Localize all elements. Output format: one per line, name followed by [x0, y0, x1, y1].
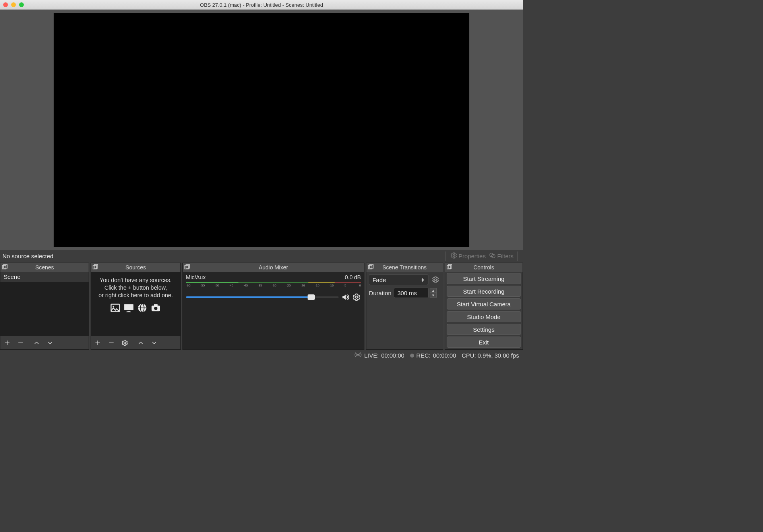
- scene-item[interactable]: Scene: [0, 272, 89, 282]
- cpu-status: CPU: 0.9%, 30.00 fps: [462, 352, 519, 359]
- svg-point-27: [355, 296, 358, 298]
- monitor-icon: [123, 302, 135, 315]
- maximize-window-button[interactable]: [19, 2, 24, 7]
- sources-header[interactable]: Sources: [91, 263, 180, 272]
- scene-list[interactable]: Scene: [0, 272, 89, 336]
- mixer-title: Audio Mixer: [259, 264, 288, 271]
- duration-input[interactable]: 300 ms: [394, 288, 429, 298]
- transitions-body: Fade ▲▼ Duration 300 ms ▲ ▼: [366, 272, 442, 349]
- svg-point-0: [453, 255, 455, 257]
- window-traffic-lights: [3, 2, 24, 7]
- close-window-button[interactable]: [3, 2, 8, 7]
- preview-canvas[interactable]: [54, 13, 469, 247]
- window-title: OBS 27.0.1 (mac) - Profile: Untitled - S…: [200, 2, 323, 8]
- move-scene-down-button[interactable]: [43, 337, 57, 349]
- scenes-dock: Scenes Scene: [0, 263, 89, 350]
- tick: 0: [358, 284, 361, 287]
- transition-selected: Fade: [372, 277, 386, 283]
- add-scene-button[interactable]: [0, 337, 14, 349]
- undock-icon[interactable]: [368, 264, 374, 270]
- svg-point-20: [154, 307, 157, 310]
- sources-buttons: [91, 336, 180, 349]
- live-status: LIVE: 00:00:00: [354, 351, 404, 360]
- studio-mode-button[interactable]: Studio Mode: [447, 311, 521, 322]
- sources-empty-line: You don't have any sources.: [93, 277, 178, 284]
- tick: -55: [200, 284, 215, 287]
- tick: -5: [343, 284, 358, 287]
- filters-icon: [489, 252, 496, 260]
- transitions-title: Scene Transitions: [382, 264, 426, 271]
- rec-label: REC:: [416, 352, 431, 359]
- scenes-buttons: [0, 336, 89, 349]
- docks-row: Scenes Scene Sources You don': [0, 262, 523, 350]
- sources-list[interactable]: You don't have any sources. Click the + …: [91, 272, 180, 336]
- start-recording-button[interactable]: Start Recording: [447, 286, 521, 297]
- audio-meter: -60 -55 -50 -45 -40 -35 -30 -25 -20 -15 …: [186, 282, 361, 287]
- transition-select[interactable]: Fade ▲▼: [369, 274, 428, 285]
- properties-label: Properties: [459, 253, 486, 259]
- undock-icon[interactable]: [93, 264, 98, 270]
- meter-ticks: -60 -55 -50 -45 -40 -35 -30 -25 -20 -15 …: [186, 284, 361, 287]
- cpu-text: CPU: 0.9%, 30.00 fps: [462, 352, 519, 359]
- live-time: 00:00:00: [381, 352, 404, 359]
- live-label: LIVE:: [364, 352, 379, 359]
- audio-settings-icon[interactable]: [352, 293, 361, 302]
- controls-header[interactable]: Controls: [445, 263, 523, 272]
- transitions-header[interactable]: Scene Transitions: [366, 263, 442, 272]
- source-properties-button[interactable]: [118, 337, 132, 349]
- tick: -40: [243, 284, 258, 287]
- tick: -60: [186, 284, 200, 287]
- tick: -10: [329, 284, 343, 287]
- rec-time: 00:00:00: [433, 352, 456, 359]
- source-toolbar: No source selected Properties Filters: [0, 250, 523, 262]
- minimize-window-button[interactable]: [11, 2, 16, 7]
- svg-point-11: [113, 306, 114, 307]
- remove-scene-button[interactable]: [14, 337, 27, 349]
- move-source-down-button[interactable]: [147, 337, 161, 349]
- svg-rect-19: [154, 304, 158, 306]
- image-icon: [109, 302, 121, 315]
- source-selection-status: No source selected: [2, 253, 53, 259]
- properties-button[interactable]: Properties: [449, 251, 487, 261]
- duration-label: Duration: [369, 290, 391, 296]
- chevron-updown-icon: ▲▼: [421, 278, 425, 282]
- add-source-button[interactable]: [91, 337, 105, 349]
- svg-point-33: [357, 354, 359, 356]
- undock-icon[interactable]: [2, 264, 8, 270]
- filters-button[interactable]: Filters: [487, 251, 515, 261]
- sources-title: Sources: [126, 264, 146, 271]
- duration-up-button[interactable]: ▲: [430, 288, 437, 293]
- move-source-up-button[interactable]: [134, 337, 147, 349]
- svg-rect-12: [124, 304, 134, 310]
- settings-button[interactable]: Settings: [447, 324, 521, 335]
- undock-icon[interactable]: [447, 264, 452, 270]
- volume-slider[interactable]: [186, 296, 339, 298]
- duration-down-button[interactable]: ▼: [430, 293, 437, 298]
- broadcast-icon: [354, 351, 362, 360]
- camera-icon: [150, 302, 162, 315]
- undock-icon[interactable]: [184, 264, 190, 270]
- rec-status: REC: 00:00:00: [410, 352, 456, 359]
- audio-track-level: 0.0 dB: [345, 274, 361, 281]
- controls-title: Controls: [473, 264, 494, 271]
- tick: -20: [300, 284, 315, 287]
- mixer-header[interactable]: Audio Mixer: [183, 263, 364, 272]
- start-streaming-button[interactable]: Start Streaming: [447, 273, 521, 284]
- remove-source-button[interactable]: [105, 337, 118, 349]
- statusbar: LIVE: 00:00:00 REC: 00:00:00 CPU: 0.9%, …: [0, 350, 523, 361]
- tick: -45: [229, 284, 243, 287]
- sources-empty-message: You don't have any sources. Click the + …: [91, 272, 180, 315]
- controls-body: Start Streaming Start Recording Start Vi…: [445, 272, 523, 349]
- separator: [445, 251, 446, 261]
- sources-empty-line: or right click here to add one.: [93, 292, 178, 299]
- exit-button[interactable]: Exit: [447, 337, 521, 348]
- tick: -35: [258, 284, 272, 287]
- speaker-icon[interactable]: [341, 293, 350, 302]
- gear-icon: [450, 252, 457, 260]
- transition-settings-button[interactable]: [431, 275, 440, 284]
- scenes-header[interactable]: Scenes: [0, 263, 89, 272]
- move-scene-up-button[interactable]: [30, 337, 43, 349]
- start-virtual-camera-button[interactable]: Start Virtual Camera: [447, 298, 521, 310]
- svg-rect-13: [128, 311, 130, 311]
- audio-mixer-dock: Audio Mixer Mic/Aux 0.0 dB -60 -55 -50 -…: [182, 263, 365, 350]
